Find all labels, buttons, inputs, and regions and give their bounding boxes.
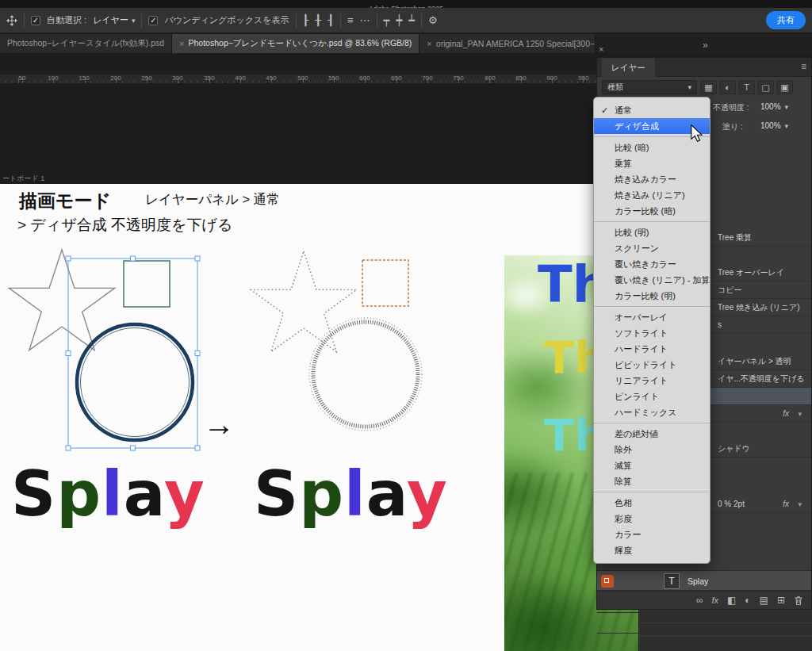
- panel-row[interactable]: [639, 610, 812, 623]
- align-center-icon[interactable]: ╂: [315, 15, 321, 26]
- filter-smart-objects-icon[interactable]: ▣: [776, 80, 793, 94]
- auto-select-label: 自動選択 :: [47, 14, 86, 26]
- horizontal-ruler: 50 100 150 200 250 300 350 400 450 500 5…: [0, 75, 596, 84]
- align-right-icon[interactable]: ┨: [327, 15, 334, 26]
- panel-close-icon[interactable]: ×: [599, 44, 603, 54]
- dithered-circle-halo: [309, 318, 422, 431]
- chevron-down-icon: ▾: [132, 17, 136, 25]
- fill-value-dropdown[interactable]: 100% ▾: [760, 121, 788, 130]
- close-icon[interactable]: ×: [179, 39, 184, 48]
- menu-item-darker-color[interactable]: カラー比較 (暗): [594, 203, 710, 219]
- fx-badge[interactable]: fx: [783, 496, 789, 513]
- tab-pan-america-doc[interactable]: × original_PAN AMERICA 1250 Special[300−: [419, 34, 596, 53]
- dithered-square-shape: [362, 260, 408, 306]
- opacity-value-dropdown[interactable]: 100% ▾: [760, 102, 788, 111]
- distribute-middle-icon[interactable]: ┿: [396, 15, 402, 26]
- menu-item-exclusion[interactable]: 除外: [594, 442, 710, 458]
- tab-layer-style-doc[interactable]: Photoshop−レイヤースタイル(fx効果).psd: [0, 34, 172, 53]
- menu-item-vivid-light[interactable]: ビビッドライト: [594, 357, 710, 373]
- artboard[interactable]: 描画モード レイヤーパネル > 通常 > ディザ合成 不透明度を下げる → Sp…: [0, 184, 639, 651]
- layers-panel-tab[interactable]: レイヤー: [602, 58, 655, 77]
- filter-kind-dropdown[interactable]: 種類 ▾: [602, 80, 697, 94]
- menu-item-hue[interactable]: 色相: [594, 495, 710, 511]
- distribute-menu-icon[interactable]: ≡: [347, 15, 354, 26]
- chevron-down-icon[interactable]: ▾: [798, 496, 802, 513]
- tab-blend-modes-doc[interactable]: × Photoshop−ブレンドモードいくつか.psd @ 83.6% (RGB…: [172, 34, 419, 53]
- auto-select-checkbox[interactable]: ✓: [31, 16, 40, 25]
- menu-item-linear-dodge[interactable]: 覆い焼き (リニア) - 加算: [594, 272, 710, 288]
- move-tool-icon: [6, 15, 17, 26]
- type-layer-thumbnail[interactable]: T: [664, 573, 680, 589]
- fill-label: 塗り :: [722, 121, 743, 132]
- star-shape: [9, 250, 114, 350]
- layer-filter-row: 種類 ▾ ▦ ◐ T ▢ ▣: [597, 77, 811, 98]
- menu-item-difference[interactable]: 差の絶対値: [594, 426, 710, 442]
- panel-tab-bar: レイヤー ≡: [597, 58, 811, 77]
- selected-layer-name[interactable]: Splay: [688, 571, 708, 592]
- filter-shape-layers-icon[interactable]: ▢: [757, 80, 774, 94]
- menu-item-pin-light[interactable]: ピンライト: [594, 389, 710, 404]
- menu-item-lighten[interactable]: 比較 (明): [594, 224, 710, 240]
- chevron-down-icon: ▾: [785, 122, 789, 130]
- link-layers-icon[interactable]: ∞: [696, 595, 703, 606]
- menu-item-saturation[interactable]: 彩度: [594, 511, 710, 527]
- menu-item-lighter-color[interactable]: カラー比較 (明): [594, 288, 710, 304]
- selected-layer-row-splay[interactable]: T Splay: [597, 570, 811, 591]
- canvas-subheading: > ディザ合成 不透明度を下げる: [17, 215, 232, 236]
- filter-pixel-layers-icon[interactable]: ▦: [700, 80, 717, 94]
- menu-item-divide[interactable]: 除算: [594, 473, 710, 489]
- menu-item-luminosity[interactable]: 輝度: [594, 542, 710, 558]
- blend-if-badge: [601, 575, 614, 588]
- panel-row[interactable]: [639, 623, 812, 637]
- bounding-box-label: バウンディングボックスを表示: [164, 14, 289, 26]
- menu-item-color-dodge[interactable]: 覆い焼きカラー: [594, 256, 710, 272]
- menu-item-multiply[interactable]: 乗算: [594, 155, 710, 171]
- menu-item-subtract[interactable]: 減算: [594, 458, 710, 473]
- menu-item-screen[interactable]: スクリーン: [594, 240, 710, 256]
- gear-icon[interactable]: ⚙: [428, 15, 438, 26]
- menu-item-normal[interactable]: ✓通常: [594, 102, 710, 118]
- share-button[interactable]: 共有: [766, 11, 806, 29]
- selection-handles: [66, 256, 200, 450]
- filter-type-layers-icon[interactable]: T: [738, 80, 755, 94]
- menu-item-color[interactable]: カラー: [594, 527, 710, 542]
- circle-shape-inner: [81, 328, 190, 437]
- fx-badge[interactable]: fx: [783, 405, 789, 423]
- filter-adjustment-layers-icon[interactable]: ◐: [719, 80, 736, 94]
- delete-layer-trash-icon[interactable]: [794, 595, 803, 606]
- artboard-name-label[interactable]: ートボード 1: [2, 174, 44, 184]
- splay-text-dithered: Splay: [254, 463, 448, 525]
- bounding-box-checkbox[interactable]: ✓: [148, 16, 158, 25]
- more-options-icon[interactable]: ⋯: [360, 15, 370, 26]
- divider: [24, 13, 25, 28]
- collapse-panels-icon[interactable]: »: [703, 40, 708, 51]
- canvas-heading-note: レイヤーパネル > 通常: [145, 191, 280, 209]
- menu-item-overlay[interactable]: オーバーレイ: [594, 309, 710, 325]
- layer-style-fx-icon[interactable]: fx: [711, 595, 718, 606]
- filter-icon-group: ▦ ◐ T ▢ ▣: [700, 80, 793, 94]
- menu-separator: [594, 221, 710, 222]
- chevron-down-icon[interactable]: ▾: [798, 405, 802, 423]
- menu-item-soft-light[interactable]: ソフトライト: [594, 325, 710, 341]
- distribute-bottom-icon[interactable]: ┷: [408, 15, 415, 26]
- menu-item-hard-mix[interactable]: ハードミックス: [594, 404, 710, 420]
- close-icon[interactable]: ×: [427, 39, 431, 48]
- options-bar: ✓ 自動選択 : レイヤー ▾ ✓ バウンディングボックスを表示 ┠ ╂ ┨ ≡…: [0, 8, 812, 33]
- layer-mask-icon[interactable]: ◧: [727, 595, 736, 606]
- splay-text-original: Splay: [11, 463, 205, 525]
- menu-item-linear-burn[interactable]: 焼き込み (リニア): [594, 187, 710, 203]
- adjustment-layer-icon[interactable]: ◐: [745, 595, 750, 606]
- secondary-panel: [638, 610, 812, 651]
- auto-select-dropdown[interactable]: レイヤー ▾: [93, 14, 135, 26]
- menu-item-linear-light[interactable]: リニアライト: [594, 373, 710, 389]
- new-layer-icon[interactable]: ⊞: [777, 595, 785, 606]
- menu-item-color-burn[interactable]: 焼き込みカラー: [594, 171, 710, 187]
- panel-menu-icon[interactable]: ≡: [801, 61, 806, 72]
- canvas-heading: 描画モード: [19, 189, 111, 213]
- align-left-icon[interactable]: ┠: [303, 15, 309, 26]
- menu-item-hard-light[interactable]: ハードライト: [594, 341, 710, 357]
- chevron-down-icon: ▾: [785, 103, 789, 111]
- distribute-top-icon[interactable]: ┯: [384, 15, 390, 26]
- new-group-icon[interactable]: ▤: [760, 595, 768, 606]
- menu-item-darken[interactable]: 比較 (暗): [594, 140, 710, 155]
